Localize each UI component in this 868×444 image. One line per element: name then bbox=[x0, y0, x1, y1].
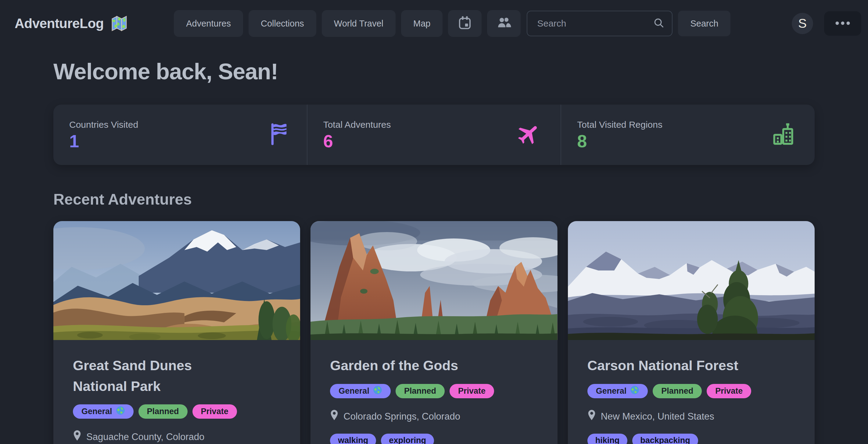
tag-row: walking exploring bbox=[330, 434, 538, 444]
card-title: Carson National Forest bbox=[587, 355, 764, 376]
tag-backpacking: backpacking bbox=[632, 434, 698, 444]
badge-planned: Planned bbox=[396, 384, 445, 398]
badge-row: General Planned Private bbox=[73, 404, 281, 419]
badge-private: Private bbox=[192, 404, 237, 419]
avatar[interactable]: S bbox=[792, 13, 813, 34]
flag-icon bbox=[270, 121, 288, 149]
page-title: Welcome back, Sean! bbox=[53, 59, 815, 85]
card-title: Great Sand Dunes National Park bbox=[73, 355, 250, 397]
location-text: Colorado Springs, Colorado bbox=[343, 411, 460, 422]
map-pin-icon bbox=[587, 410, 596, 423]
search-icon bbox=[653, 17, 664, 30]
tag-exploring: exploring bbox=[381, 434, 434, 444]
navbar-right: S bbox=[792, 11, 861, 36]
ellipsis-icon bbox=[835, 21, 850, 26]
red-rock-spires-photo bbox=[310, 221, 557, 340]
globe-icon bbox=[373, 385, 382, 397]
globe-icon bbox=[630, 385, 639, 397]
adventure-card-great-sand-dunes[interactable]: Great Sand Dunes National Park General bbox=[53, 221, 300, 444]
stat-label: Countries Visited bbox=[69, 120, 138, 130]
stat-value: 6 bbox=[323, 132, 391, 150]
overflow-menu-button[interactable] bbox=[824, 11, 861, 36]
navbar: AdventureLog Adventures Collections Worl… bbox=[0, 0, 868, 47]
users-icon bbox=[496, 14, 512, 33]
users-button[interactable] bbox=[487, 10, 521, 37]
nav-world-travel-button[interactable]: World Travel bbox=[322, 10, 396, 37]
card-body: Great Sand Dunes National Park General bbox=[53, 340, 300, 444]
badge-private: Private bbox=[450, 384, 494, 398]
adventure-card-garden-of-the-gods[interactable]: Garden of the Gods General bbox=[310, 221, 557, 444]
badge-general: General bbox=[587, 384, 648, 398]
tag-row: hiking backpacking bbox=[587, 434, 795, 444]
badge-row: General Planned Private bbox=[330, 384, 538, 398]
map-pin-icon bbox=[73, 430, 82, 444]
adventure-cards: Great Sand Dunes National Park General bbox=[53, 221, 815, 444]
search-button[interactable]: Search bbox=[678, 11, 731, 36]
badge-private: Private bbox=[707, 384, 751, 398]
location-text: New Mexico, United States bbox=[601, 411, 714, 422]
city-icon bbox=[770, 121, 796, 148]
nav-adventures-button[interactable]: Adventures bbox=[174, 10, 243, 37]
globe-icon bbox=[116, 406, 125, 417]
calendar-icon bbox=[457, 14, 473, 33]
stat-value: 8 bbox=[577, 132, 662, 150]
stat-total-adventures: Total Adventures 6 bbox=[307, 104, 561, 165]
map-icon bbox=[109, 14, 128, 33]
adventure-card-carson-national-forest[interactable]: Carson National Forest General bbox=[568, 221, 815, 444]
card-title: Garden of the Gods bbox=[330, 355, 507, 376]
app-title: AdventureLog bbox=[14, 16, 104, 31]
sand-dunes-photo bbox=[53, 221, 300, 340]
location-text: Saguache County, Colorado bbox=[86, 432, 204, 442]
nav-map-button[interactable]: Map bbox=[401, 10, 442, 37]
badge-planned: Planned bbox=[138, 404, 188, 419]
stat-label: Total Adventures bbox=[323, 120, 391, 130]
stat-label: Total Visited Regions bbox=[577, 120, 662, 130]
snowy-mountains-photo bbox=[568, 221, 815, 340]
stat-value: 1 bbox=[69, 132, 138, 150]
stat-countries-visited: Countries Visited 1 bbox=[53, 104, 307, 165]
section-heading: Recent Adventures bbox=[53, 191, 815, 208]
main-content: Welcome back, Sean! Countries Visited 1 … bbox=[0, 59, 868, 444]
stat-total-visited-regions: Total Visited Regions 8 bbox=[561, 104, 815, 165]
tag-walking: walking bbox=[330, 434, 376, 444]
plane-icon bbox=[516, 121, 542, 148]
main-nav: Adventures Collections World Travel Map bbox=[174, 10, 521, 37]
location-row: Saguache County, Colorado bbox=[73, 430, 281, 444]
stats-panel: Countries Visited 1 Total Adventures 6 bbox=[53, 104, 815, 165]
badge-row: General Planned Private bbox=[587, 384, 795, 398]
location-row: Colorado Springs, Colorado bbox=[330, 410, 538, 423]
card-body: Garden of the Gods General bbox=[310, 340, 557, 444]
nav-collections-button[interactable]: Collections bbox=[249, 10, 316, 37]
badge-general: General bbox=[73, 404, 133, 419]
badge-planned: Planned bbox=[653, 384, 702, 398]
location-row: New Mexico, United States bbox=[587, 410, 795, 423]
badge-general: General bbox=[330, 384, 391, 398]
app-logo[interactable]: AdventureLog bbox=[14, 14, 128, 33]
search-input[interactable] bbox=[527, 11, 673, 36]
card-body: Carson National Forest General bbox=[568, 340, 815, 444]
tag-hiking: hiking bbox=[587, 434, 628, 444]
search-box bbox=[527, 11, 673, 36]
map-pin-icon bbox=[330, 410, 339, 423]
calendar-button[interactable] bbox=[448, 10, 482, 37]
